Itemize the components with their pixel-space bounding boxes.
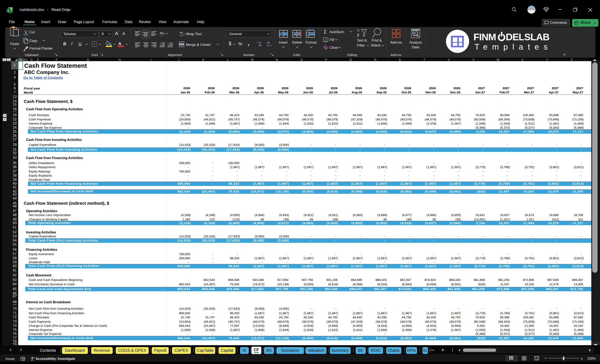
svg-text:ab: ab bbox=[159, 31, 163, 35]
svg-text:.0: .0 bbox=[259, 42, 261, 44]
svg-text:FINM: FINM bbox=[473, 32, 496, 42]
svg-text:x: x bbox=[8, 9, 9, 12]
svg-text:A: A bbox=[357, 28, 360, 32]
svg-text:.00: .00 bbox=[258, 44, 261, 47]
svg-text:Z: Z bbox=[357, 33, 359, 37]
svg-text:c: c bbox=[180, 34, 181, 36]
svg-text:.0: .0 bbox=[267, 44, 269, 47]
svg-text:DELSLAB: DELSLAB bbox=[506, 32, 549, 42]
svg-text:.00: .00 bbox=[266, 42, 270, 44]
